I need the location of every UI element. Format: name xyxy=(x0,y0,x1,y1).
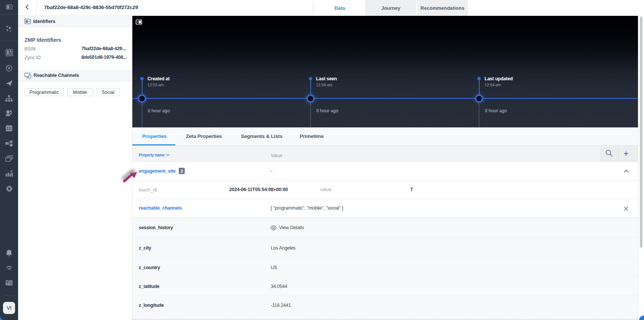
svg-text:A: A xyxy=(7,281,8,283)
